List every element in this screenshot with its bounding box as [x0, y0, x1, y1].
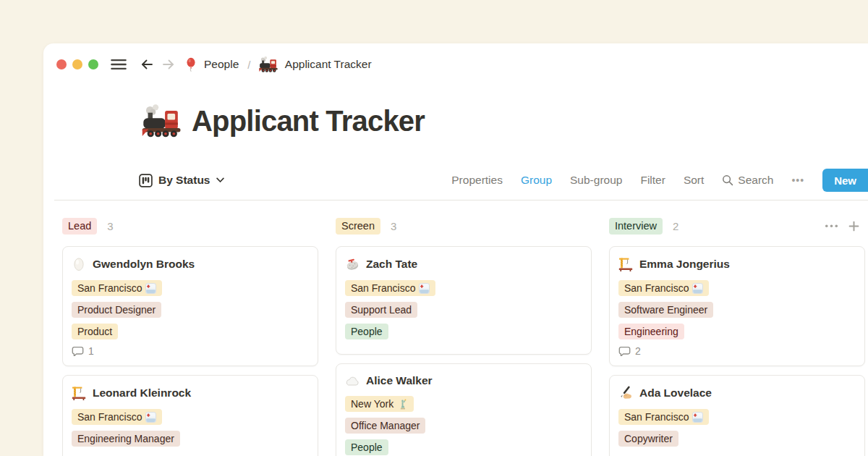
tag-row: San Francisco	[72, 409, 309, 425]
tag: San Francisco	[345, 280, 435, 296]
kanban-card[interactable]: Alice WalkerNew YorkOffice ManagerPeople	[336, 363, 592, 456]
toolbar-actions: Properties Group Sub-group Filter Sort S…	[451, 169, 868, 192]
tag-row: Software Engineer	[618, 302, 856, 318]
locomotive-icon	[142, 103, 182, 139]
tag: Support Lead	[345, 302, 417, 318]
board-column-screen: Screen3Zach TateSan FranciscoSupport Lea…	[336, 217, 592, 456]
search-icon	[722, 174, 733, 186]
kanban-board: Lead3Gwendolyn BrooksSan FranciscoProduc…	[62, 217, 868, 456]
tag-row: San Francisco	[345, 280, 582, 296]
board-column-lead: Lead3Gwendolyn BrooksSan FranciscoProduc…	[62, 217, 318, 456]
view-toolbar: By Status Properties Group Sub-group Fil…	[139, 168, 868, 193]
tag-row: Product Designer	[72, 302, 309, 318]
more-options-button[interactable]: •••	[791, 174, 804, 186]
card-title-row: Gwendolyn Brooks	[72, 257, 309, 271]
card-title-row: Emma Jongerius	[618, 257, 856, 271]
foggy-city-icon	[692, 412, 703, 423]
kanban-card[interactable]: Emma JongeriusSan FranciscoSoftware Engi…	[609, 246, 865, 366]
tag-row: People	[345, 439, 582, 455]
column-count: 3	[391, 220, 396, 232]
column-count: 2	[673, 220, 678, 232]
kanban-card[interactable]: Zach TateSan FranciscoSupport LeadPeople	[336, 246, 592, 355]
column-header: Interview2	[609, 217, 865, 235]
card-name: Ada Lovelace	[639, 387, 712, 400]
board-column-interview: Interview2Emma JongeriusSan FranciscoSof…	[609, 217, 865, 456]
comment-indicator: 1	[72, 345, 309, 357]
foggy-city-icon	[145, 412, 156, 423]
toolbar-item-filter[interactable]: Filter	[640, 174, 665, 187]
curling-stone-icon	[345, 257, 359, 271]
tag: Office Manager	[345, 418, 425, 434]
column-actions	[825, 221, 859, 232]
forward-button[interactable]	[161, 57, 176, 72]
card-name: Gwendolyn Brooks	[93, 258, 195, 271]
card-list: Gwendolyn BrooksSan FranciscoProduct Des…	[62, 246, 318, 456]
status-badge[interactable]: Lead	[62, 218, 97, 235]
tag: San Francisco	[72, 409, 162, 425]
column-add-button[interactable]	[848, 221, 859, 232]
writing-hand-icon	[618, 386, 633, 400]
status-badge[interactable]: Screen	[336, 218, 380, 235]
tag: People	[345, 439, 388, 455]
egg-icon	[72, 257, 86, 271]
traffic-light-maximize[interactable]	[88, 59, 98, 69]
comment-icon	[72, 346, 84, 357]
app-window: People / Applicant Tracker Applicant Tra…	[43, 43, 868, 456]
toolbar-item-subgroup[interactable]: Sub-group	[570, 174, 622, 187]
toolbar-item-group[interactable]: Group	[521, 174, 552, 187]
page-title-row: Applicant Tracker	[142, 103, 425, 139]
traffic-light-minimize[interactable]	[72, 59, 82, 69]
menu-icon[interactable]	[111, 58, 127, 71]
traffic-light-close[interactable]	[56, 59, 67, 69]
toolbar-item-properties[interactable]: Properties	[451, 174, 503, 187]
card-title-row: Alice Walker	[345, 374, 582, 387]
card-name: Alice Walker	[366, 374, 433, 387]
construction-crane-icon	[618, 257, 633, 271]
column-header: Lead3	[62, 217, 318, 235]
tag: People	[345, 324, 388, 339]
card-title-row: Zach Tate	[345, 257, 582, 271]
locomotive-icon	[259, 56, 278, 73]
tag: Product Designer	[72, 302, 161, 318]
comment-count: 2	[635, 345, 641, 357]
column-header: Screen3	[336, 217, 592, 235]
tag: San Francisco	[72, 280, 162, 296]
breadcrumb-item-people[interactable]: People	[204, 58, 239, 71]
tag: San Francisco	[618, 409, 709, 425]
card-name: Leonard Kleinrock	[93, 387, 191, 400]
kanban-card[interactable]: Leonard KleinrockSan FranciscoEngineerin…	[62, 375, 318, 456]
toolbar-divider	[54, 200, 868, 200]
tag-row: Engineering	[618, 324, 856, 339]
view-select[interactable]: By Status	[139, 174, 224, 187]
kanban-card[interactable]: Gwendolyn BrooksSan FranciscoProduct Des…	[62, 246, 318, 366]
column-more-button[interactable]	[825, 224, 838, 229]
topbar: People / Applicant Tracker	[56, 55, 372, 74]
tag: Copywriter	[618, 431, 678, 447]
column-count: 3	[107, 220, 113, 232]
search-button[interactable]: Search	[722, 174, 773, 187]
foggy-city-icon	[145, 283, 156, 294]
comment-count: 1	[88, 345, 94, 357]
foggy-city-icon	[692, 283, 703, 294]
tag: Product	[72, 324, 118, 339]
comment-indicator: 2	[618, 345, 856, 357]
kanban-card[interactable]: Ada LovelaceSan FranciscoCopywriter	[609, 375, 865, 456]
balloon-icon	[184, 57, 197, 72]
card-list: Emma JongeriusSan FranciscoSoftware Engi…	[609, 246, 865, 456]
tag-row: Copywriter	[618, 431, 856, 447]
toolbar-item-sort[interactable]: Sort	[684, 174, 704, 187]
page-title: Applicant Tracker	[192, 105, 425, 138]
comment-icon	[618, 346, 631, 357]
breadcrumb-item-applicant-tracker[interactable]: Applicant Tracker	[285, 58, 372, 71]
back-button[interactable]	[140, 57, 154, 72]
card-name: Emma Jongerius	[639, 258, 730, 271]
card-title-row: Leonard Kleinrock	[72, 386, 309, 400]
search-label: Search	[738, 174, 773, 187]
tag: San Francisco	[618, 280, 709, 296]
status-badge[interactable]: Interview	[609, 218, 663, 235]
tag: Engineering	[618, 324, 684, 339]
tag-row: New York	[345, 396, 582, 412]
foggy-city-icon	[419, 283, 430, 294]
card-list: Zach TateSan FranciscoSupport LeadPeople…	[336, 246, 592, 456]
new-button[interactable]: New	[822, 169, 868, 192]
